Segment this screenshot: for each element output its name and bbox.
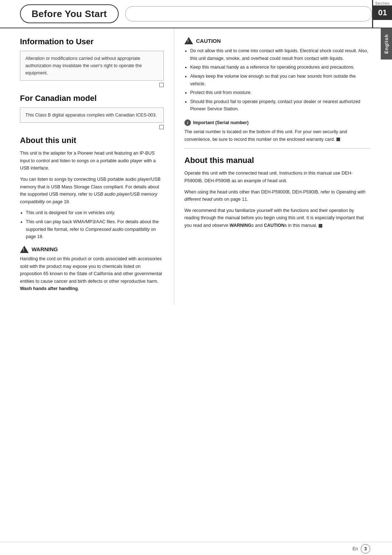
- caution-section: CAUTION Do not allow this unit to come i…: [184, 37, 370, 113]
- page-title: Before You Start: [20, 4, 119, 23]
- important-text: The serial number is located on the bott…: [184, 128, 370, 143]
- caution-triangle-icon: [184, 37, 193, 44]
- about-manual-section: About this manual Operate this unit with…: [184, 156, 370, 229]
- caution-bullet-5: Should this product fail to operate prop…: [190, 98, 370, 113]
- about-unit-para2: You can listen to songs by connecting US…: [20, 176, 164, 206]
- about-unit-bullets: This unit is designed for use in vehicle…: [26, 209, 164, 241]
- canadian-model-box: This Class B digital apparatus complies …: [20, 107, 164, 123]
- square-icon-3: [336, 138, 340, 141]
- about-unit-section: About this unit This unit is the adapter…: [20, 136, 164, 293]
- warning-section: WARNING Handling the cord on this produc…: [20, 246, 164, 293]
- divider: [184, 148, 370, 148]
- important-label: Important (Serial number): [193, 120, 249, 125]
- caution-bullet-2: Keep this manual handy as a reference fo…: [190, 64, 370, 71]
- canadian-model-heading: For Canadian model: [20, 94, 164, 103]
- about-manual-para2: When using the head units other than DEH…: [184, 188, 370, 203]
- square-icon: [159, 83, 164, 87]
- main-content: Information to User Alteration or modifi…: [0, 28, 392, 323]
- section-number-block: Section 01: [372, 0, 392, 28]
- warning-label: WARNING: [32, 246, 58, 252]
- top-bar: Before You Start Section 01: [0, 0, 392, 28]
- about-manual-heading: About this manual: [184, 156, 370, 165]
- section-number: 01: [373, 5, 392, 20]
- about-manual-para1: Operate this unit with the connected hea…: [184, 170, 370, 184]
- info-to-user-box: Alteration or modifications carried out …: [20, 51, 164, 81]
- about-manual-para3: We recommend that you familiarize yourse…: [184, 207, 370, 229]
- footer-lang: En: [352, 546, 358, 551]
- warning-text: Handling the cord on this product or cor…: [20, 255, 164, 293]
- about-unit-para1: This unit is the adapter for a Pioneer h…: [20, 150, 164, 172]
- caution-bullet-1: Do not allow this unit to come into cont…: [190, 47, 370, 62]
- warning-triangle-icon: [20, 246, 29, 253]
- about-unit-bullet-2: This unit can play back WMA/MP3/AAC file…: [26, 218, 164, 241]
- info-circle-icon: i: [184, 119, 191, 126]
- section-label: Section: [375, 1, 390, 5]
- right-column: CAUTION Do not allow this unit to come i…: [174, 28, 392, 305]
- canadian-model-section: For Canadian model This Class B digital …: [20, 94, 164, 129]
- caution-bullet-4: Protect this unit from moisture.: [190, 89, 370, 97]
- info-to-user-text: Alteration or modifications carried out …: [25, 56, 142, 76]
- square-icon-2: [159, 125, 164, 129]
- footer-bar: En 3: [0, 542, 392, 555]
- info-box-icon-right: [20, 83, 164, 87]
- caution-label: CAUTION: [196, 38, 221, 44]
- page-number: 3: [361, 544, 370, 554]
- language-tab: English: [381, 28, 392, 60]
- caution-bullets: Do not allow this unit to come into cont…: [190, 47, 370, 113]
- about-unit-heading: About this unit: [20, 136, 164, 145]
- about-unit-bullet-1: This unit is designed for use in vehicle…: [26, 209, 164, 217]
- info-to-user-section: Information to User Alteration or modifi…: [20, 37, 164, 87]
- section-pill: [125, 6, 372, 21]
- important-title-block: i Important (Serial number): [184, 119, 370, 126]
- canadian-box-icon-right: [20, 125, 164, 129]
- info-to-user-heading: Information to User: [20, 37, 164, 46]
- caution-title-block: CAUTION: [184, 37, 370, 44]
- important-serial-section: i Important (Serial number) The serial n…: [184, 119, 370, 143]
- canadian-model-text: This Class B digital apparatus complies …: [25, 113, 157, 118]
- square-icon-4: [319, 224, 322, 228]
- warning-title: WARNING: [20, 246, 164, 253]
- left-column: Information to User Alteration or modifi…: [0, 28, 174, 305]
- caution-bullet-3: Always keep the volume low enough so tha…: [190, 73, 370, 87]
